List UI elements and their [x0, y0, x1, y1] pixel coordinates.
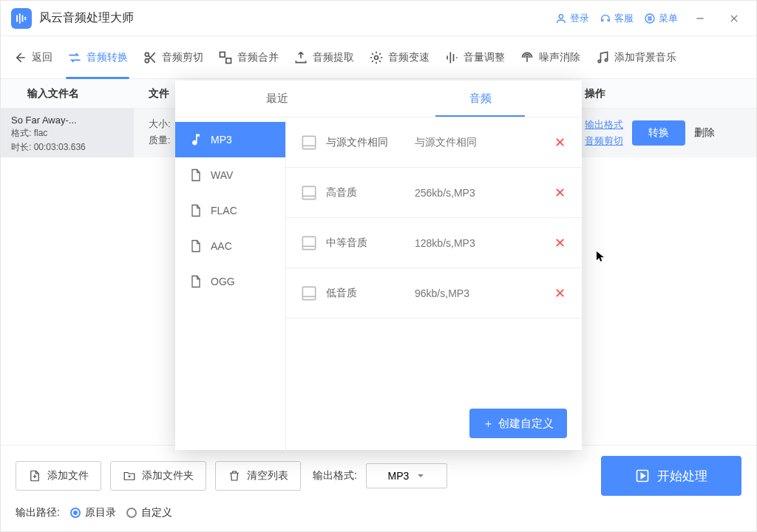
radio-original-dir[interactable]: 原目录 [70, 506, 116, 519]
back-button[interactable]: 返回 [5, 36, 60, 79]
radio-icon [70, 508, 81, 518]
popup-tab-audio[interactable]: 音频 [378, 81, 582, 117]
format-wav[interactable]: WAV [175, 157, 285, 193]
audio-cut-link[interactable]: 音频剪切 [585, 134, 623, 148]
source-file-icon [299, 233, 319, 253]
file-icon [189, 203, 203, 218]
music-note-icon [189, 132, 203, 147]
tab-bgm[interactable]: 添加背景音乐 [588, 36, 684, 79]
svg-point-0 [559, 14, 563, 18]
toolbar: 返回 音频转换 音频剪切 音频合并 音频提取 音频变速 音量调整 噪声消除 [1, 36, 756, 79]
format-flac[interactable]: FLAC [175, 193, 285, 228]
source-file-icon [299, 284, 319, 303]
clear-list-button[interactable]: 清空列表 [215, 461, 301, 491]
delete-icon[interactable]: ✕ [551, 185, 568, 201]
svg-rect-4 [220, 52, 225, 57]
format-aac[interactable]: AAC [175, 228, 285, 264]
popup-tab-recent[interactable]: 最近 [175, 81, 378, 117]
titlebar: 风云音频处理大师 登录 客服 菜单 [1, 1, 756, 36]
plus-icon: ＋ [483, 417, 494, 431]
file-name: So Far Away-... [11, 115, 123, 126]
popup-tabs: 最近 音频 [175, 81, 582, 117]
preset-row[interactable]: 中等音质 128kb/s,MP3 ✕ [286, 218, 582, 268]
add-file-button[interactable]: 添加文件 [16, 461, 101, 491]
svg-rect-13 [302, 287, 315, 299]
convert-icon [67, 50, 82, 65]
title-actions: 登录 客服 菜单 [555, 7, 746, 30]
col-filename: 输入文件名 [1, 87, 134, 100]
tab-denoise[interactable]: 噪声消除 [512, 36, 588, 79]
file-cell: So Far Away-... 格式: flac 时长: 00:03:03.63… [1, 109, 134, 157]
tab-merge[interactable]: 音频合并 [211, 36, 286, 79]
preset-row[interactable]: 低音质 96kb/s,MP3 ✕ [286, 268, 582, 318]
radio-custom-dir[interactable]: 自定义 [126, 506, 172, 519]
svg-point-7 [598, 60, 600, 62]
bottom-panel: 添加文件 添加文件夹 清空列表 输出格式: MP3 开始处理 输出路径: [1, 445, 756, 531]
op-cell: 输出格式 音频剪切 转换 删除 [563, 109, 756, 157]
svg-point-8 [605, 58, 607, 61]
format-mp3[interactable]: MP3 [175, 122, 285, 157]
app-title: 风云音频处理大师 [39, 10, 134, 26]
file-icon [189, 239, 203, 253]
source-file-icon [299, 183, 319, 202]
tab-speed[interactable]: 音频变速 [361, 36, 437, 79]
arrow-left-icon [13, 50, 27, 65]
app-logo-icon [11, 8, 32, 29]
close-button[interactable] [722, 7, 746, 30]
svg-rect-11 [302, 186, 315, 199]
delete-link[interactable]: 删除 [694, 126, 715, 140]
svg-point-2 [145, 52, 149, 56]
svg-point-6 [375, 55, 378, 59]
format-ogg[interactable]: OGG [175, 264, 285, 299]
radio-icon [126, 508, 137, 518]
create-custom-button[interactable]: ＋ 创建自定义 [469, 409, 567, 438]
format-popup: 最近 音频 MP3 WAV FLAC AAC [175, 81, 582, 450]
preset-row[interactable]: 高音质 256kb/s,MP3 ✕ [286, 168, 582, 218]
tab-volume[interactable]: 音量调整 [437, 36, 512, 79]
login-link[interactable]: 登录 [555, 12, 589, 25]
svg-rect-5 [226, 58, 231, 63]
tab-cut[interactable]: 音频剪切 [135, 36, 211, 79]
convert-button[interactable]: 转换 [632, 120, 685, 146]
preset-row[interactable]: 与源文件相同 与源文件相同 ✕ [286, 117, 582, 168]
delete-icon[interactable]: ✕ [551, 134, 568, 151]
format-list: MP3 WAV FLAC AAC OGG [175, 117, 286, 450]
tab-convert[interactable]: 音频转换 [60, 36, 135, 79]
speed-icon [369, 50, 384, 65]
svg-point-3 [145, 58, 149, 62]
svg-rect-10 [302, 136, 315, 149]
output-format-select[interactable]: MP3 [366, 463, 447, 488]
scissors-icon [143, 50, 157, 65]
music-icon [595, 50, 610, 65]
app-window: 风云音频处理大师 登录 客服 菜单 [0, 0, 757, 532]
file-icon [189, 168, 203, 183]
output-format-link[interactable]: 输出格式 [585, 118, 623, 132]
source-file-icon [299, 133, 319, 152]
tab-extract[interactable]: 音频提取 [286, 36, 361, 79]
output-path-label: 输出路径: [16, 506, 60, 519]
minimize-button[interactable] [688, 7, 712, 30]
support-link[interactable]: 客服 [600, 12, 634, 25]
col-operation: 操作 [563, 87, 756, 100]
output-format-label: 输出格式: [313, 469, 357, 482]
delete-icon[interactable]: ✕ [551, 285, 568, 301]
delete-icon[interactable]: ✕ [551, 235, 568, 251]
preset-list: 与源文件相同 与源文件相同 ✕ 高音质 256kb/s,MP3 ✕ 中等音质 1… [286, 117, 582, 450]
add-folder-button[interactable]: 添加文件夹 [110, 461, 206, 491]
file-icon [189, 274, 203, 289]
volume-icon [444, 50, 459, 65]
start-button[interactable]: 开始处理 [601, 456, 741, 496]
menu-link[interactable]: 菜单 [644, 12, 678, 25]
chevron-down-icon [416, 471, 425, 480]
cursor-icon [595, 250, 607, 265]
extract-icon [293, 50, 308, 65]
denoise-icon [520, 50, 534, 65]
merge-icon [218, 50, 233, 65]
svg-rect-12 [302, 236, 315, 249]
